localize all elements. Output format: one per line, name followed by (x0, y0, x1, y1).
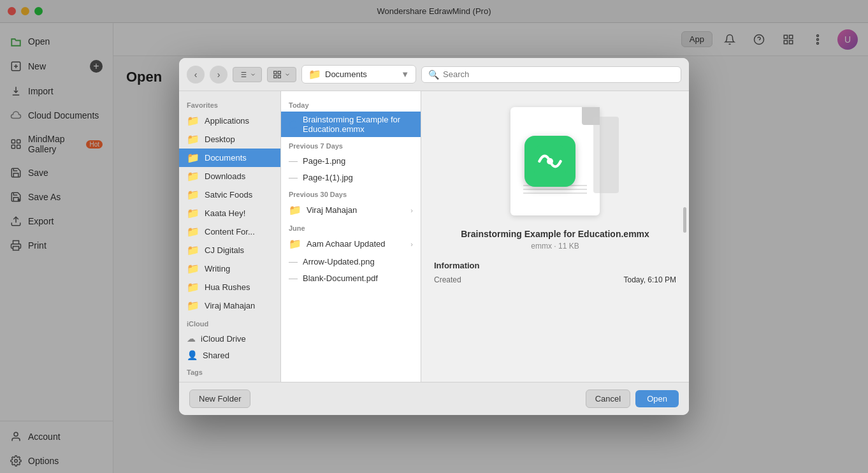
folder-icon: 📁 (187, 226, 199, 238)
file-item-blank-document[interactable]: — Blank-Document.pdf (281, 270, 421, 286)
chevron-right-icon: › (410, 207, 413, 214)
folder-icon: 📁 (289, 238, 301, 250)
nav-item-icloud-drive[interactable]: ☁ iCloud Drive (179, 330, 280, 347)
emmx-icon: ⬡ (289, 119, 298, 131)
nav-label: Kaata Hey! (205, 208, 245, 218)
file-label: Page-1(1).jpg (303, 173, 353, 182)
view-list-button[interactable] (233, 67, 262, 82)
file-item-brainstorming[interactable]: ⬡ Brainstorming Example for Education.em… (281, 112, 421, 137)
nav-label: Hua Rushes (205, 282, 250, 292)
folder-icon: 📁 (187, 152, 199, 164)
file-icon: — (289, 273, 298, 283)
dialog-toolbar: ‹ › 📁 Documents ▼ 🔍 (179, 58, 689, 91)
folder-icon: 📁 (187, 133, 199, 145)
nav-item-hua-rushes[interactable]: 📁 Hua Rushes (179, 278, 280, 296)
nav-item-content-for[interactable]: 📁 Content For... (179, 222, 280, 241)
nav-label: Shared (203, 351, 229, 360)
location-label: Documents (325, 69, 367, 79)
shared-icon: 👤 (187, 350, 198, 360)
created-label: Created (434, 275, 461, 284)
preview-info-created: Created Today, 6:10 PM (434, 274, 676, 286)
nav-item-shared[interactable]: 👤 Shared (179, 347, 280, 363)
dialog-preview: Brainstorming Example for Education.emmx… (421, 91, 689, 382)
file-label: Page-1.png (303, 156, 345, 166)
scroll-indicator (683, 207, 686, 233)
nav-item-kaata-hey[interactable]: 📁 Kaata Hey! (179, 204, 280, 222)
file-item-page1-jpg[interactable]: — Page-1(1).jpg (281, 169, 421, 186)
folder-icon: 📁 (187, 189, 199, 201)
preview-icon-container (504, 104, 606, 219)
nav-item-downloads[interactable]: 📁 Downloads (179, 167, 280, 186)
file-label: Aam Achaar Updated (307, 239, 386, 249)
svg-rect-24 (274, 71, 277, 73)
search-icon: 🔍 (428, 69, 439, 80)
folder-icon: 📁 (187, 281, 199, 293)
prev7-header: Previous 7 Days (281, 137, 421, 152)
search-container: 🔍 (421, 66, 681, 83)
nav-label: Desktop (205, 135, 235, 144)
svg-point-29 (547, 158, 553, 164)
folder-icon: 📁 (187, 170, 199, 182)
nav-item-desktop[interactable]: 📁 Desktop (179, 130, 280, 149)
nav-item-writing[interactable]: 📁 Writing (179, 259, 280, 278)
svg-rect-27 (278, 75, 280, 78)
nav-label: Viraj Mahajan (205, 301, 255, 310)
nav-item-documents[interactable]: 📁 Documents (179, 149, 280, 167)
favorites-header: Favorites (179, 96, 280, 112)
file-icon: — (289, 156, 298, 166)
file-label: Brainstorming Example for Education.emmx (303, 115, 413, 134)
svg-rect-26 (274, 75, 277, 78)
preview-side-decoration (593, 117, 619, 193)
folder-icon: 📁 (187, 207, 199, 219)
nav-label: Documents (205, 153, 247, 163)
new-folder-button[interactable]: New Folder (189, 389, 250, 408)
view-grid-button[interactable] (267, 67, 296, 82)
nav-item-satvic-foods[interactable]: 📁 Satvic Foods (179, 186, 280, 204)
nav-label: iCloud Drive (201, 334, 246, 344)
cancel-button[interactable]: Cancel (586, 389, 630, 408)
preview-filename: Brainstorming Example for Education.emmx (461, 229, 649, 239)
location-selector[interactable]: 📁 Documents ▼ (301, 65, 416, 84)
icloud-header: iCloud (179, 315, 280, 330)
back-button[interactable]: ‹ (187, 66, 205, 84)
location-chevron-icon: ▼ (401, 69, 409, 79)
nav-label: Applications (205, 116, 249, 126)
preview-info-header: Information (434, 261, 480, 270)
svg-rect-25 (278, 71, 280, 73)
modal-overlay: ‹ › 📁 Documents ▼ 🔍 (0, 0, 868, 473)
dialog-nav: Favorites 📁 Applications 📁 Desktop 📁 Doc… (179, 91, 281, 382)
nav-label: Downloads (205, 171, 245, 181)
file-item-viraj-mahajan[interactable]: 📁 Viraj Mahajan › (281, 201, 421, 219)
dialog-body: Favorites 📁 Applications 📁 Desktop 📁 Doc… (179, 91, 689, 382)
created-value: Today, 6:10 PM (624, 275, 677, 284)
nav-label: Satvic Foods (205, 190, 252, 200)
preview-meta: emmx · 11 KB (531, 242, 579, 251)
file-item-arrow-updated[interactable]: — Arrow-Updated.png (281, 253, 421, 270)
nav-item-applications[interactable]: 📁 Applications (179, 112, 280, 130)
file-label: Arrow-Updated.png (303, 257, 375, 266)
folder-icon: 📁 (187, 115, 199, 127)
folder-icon: 📁 (289, 204, 301, 216)
nav-label: CJ Digitals (205, 245, 244, 255)
forward-button[interactable]: › (210, 66, 228, 84)
file-dialog: ‹ › 📁 Documents ▼ 🔍 (179, 58, 689, 415)
icloud-icon: ☁ (187, 333, 196, 344)
nav-item-viraj-mahajan[interactable]: 📁 Viraj Mahajan (179, 296, 280, 315)
file-label: Blank-Document.pdf (303, 273, 378, 283)
location-folder-icon: 📁 (308, 68, 321, 80)
open-button[interactable]: Open (635, 390, 679, 407)
folder-icon: 📁 (187, 263, 199, 275)
dialog-footer: New Folder Cancel Open (179, 382, 689, 415)
dialog-files: Today ⬡ Brainstorming Example for Educat… (281, 91, 421, 382)
folder-icon: 📁 (187, 244, 199, 256)
file-line (523, 189, 587, 190)
folder-icon: 📁 (187, 300, 199, 312)
today-header: Today (281, 96, 421, 112)
app-icon (524, 136, 575, 187)
nav-item-cj-digitals[interactable]: 📁 CJ Digitals (179, 241, 280, 259)
nav-label: Content For... (205, 227, 255, 236)
search-input[interactable] (443, 69, 674, 79)
june-header: June (281, 219, 421, 235)
file-item-aam-achaar[interactable]: 📁 Aam Achaar Updated › (281, 235, 421, 253)
file-item-page1-png[interactable]: — Page-1.png (281, 152, 421, 169)
